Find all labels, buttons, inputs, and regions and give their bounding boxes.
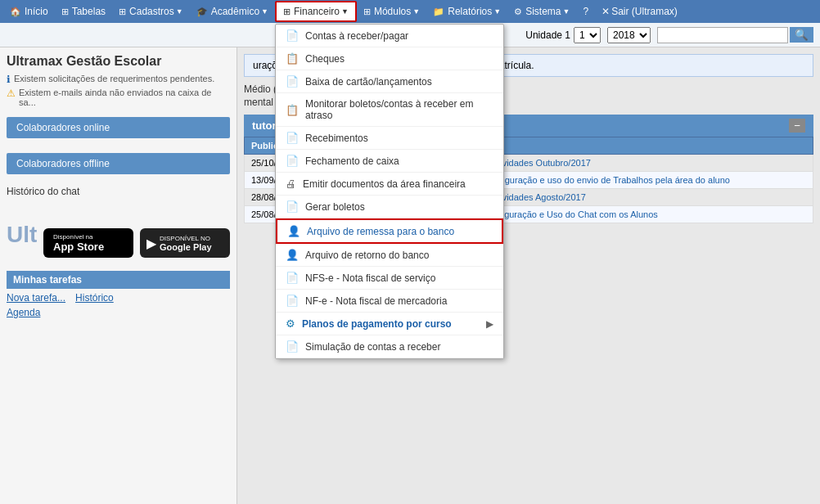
close-icon: ✕ — [601, 6, 610, 17]
financeiro-dropdown-container: ⊞ Financeiro ▼ 📄 Contas à receber/pagar … — [275, 1, 357, 22]
menu-arquivo-retorno[interactable]: 👤 Arquivo de retorno do banco — [276, 244, 503, 267]
remessa-icon: 👤 — [287, 225, 300, 237]
chevron-icon: ▼ — [341, 7, 349, 16]
left-panel: Ultramax Gestão Escolar ℹ Existem solici… — [0, 47, 237, 504]
alert-emails: ⚠ Existem e-mails ainda não enviados na … — [7, 88, 230, 107]
planos-icon: ⚙ — [286, 317, 295, 330]
warning-icon: ⚠ — [7, 88, 16, 99]
google-icon: ▶ — [146, 236, 156, 251]
year-select[interactable]: 2018 — [607, 27, 651, 43]
menu-cheques[interactable]: 📋 Cheques — [276, 47, 503, 70]
appstore-name: App Store — [53, 241, 104, 253]
logo-and-stores: Ultr Disponível na App Store ▶ DISPONÍVE… — [7, 212, 230, 258]
alert-requirements: ℹ Existem solicitações de requerimentos … — [7, 74, 230, 85]
colaboradores-offline-button[interactable]: Colaboradores offline — [7, 153, 230, 174]
retorno-icon: 👤 — [286, 249, 299, 261]
cheques-icon: 📋 — [286, 52, 299, 65]
menu-planos[interactable]: ⚙ Planos de pagamento por curso ▶ — [276, 313, 503, 335]
menu-nf-e[interactable]: 📄 NF-e - Nota fiscal de mercadoria — [276, 290, 503, 313]
historico-link[interactable]: Histórico — [75, 292, 114, 304]
navbar-item-relatorios[interactable]: 📁 Relatórios ▼ — [426, 2, 507, 20]
gerar-icon: 📄 — [286, 200, 299, 213]
simulacao-icon: 📄 — [286, 340, 299, 353]
navbar-item-tabelas[interactable]: ⊞ Tabelas — [55, 2, 112, 20]
financeiro-icon: ⊞ — [283, 7, 291, 17]
nfse-icon: 📄 — [286, 272, 299, 284]
googleplay-available-text: DISPONÍVEL NO — [160, 235, 212, 242]
appstore-available-text: Disponível na — [53, 233, 104, 241]
navbar-item-cadastros[interactable]: ⊞ Cadastros ▼ — [112, 2, 190, 20]
menu-contas[interactable]: 📄 Contas à receber/pagar — [276, 25, 503, 47]
info-icon: ℹ — [7, 74, 11, 85]
tabelas-icon: ⊞ — [61, 7, 69, 17]
chevron-icon: ▼ — [176, 7, 183, 16]
menu-fechamento[interactable]: 📄 Fechamento de caixa — [276, 150, 503, 173]
navbar-item-sair[interactable]: ✕ Sair (Ultramax) — [595, 2, 684, 20]
unit-label: Unidade 1 — [525, 29, 570, 41]
navbar-item-modulos[interactable]: ⊞ Módulos ▼ — [357, 2, 426, 20]
menu-simulacao[interactable]: 📄 Simulação de contas a receber — [276, 335, 503, 358]
menu-nfs-e[interactable]: 📄 NFS-e - Nota fiscal de serviço — [276, 267, 503, 290]
fechamento-icon: 📄 — [286, 155, 299, 167]
sistema-icon: ⚙ — [514, 7, 522, 17]
cadastros-icon: ⊞ — [119, 7, 126, 17]
googleplay-badge[interactable]: ▶ DISPONÍVEL NO Google Play — [140, 228, 230, 258]
navbar-item-academico[interactable]: 🎓 Acadêmico ▼ — [190, 2, 275, 20]
submenu-arrow-icon: ▶ — [486, 318, 493, 330]
colaboradores-online-section: Colaboradores online — [7, 112, 230, 143]
home-icon: 🏠 — [10, 7, 21, 17]
navbar-item-inicio[interactable]: 🏠 Início — [3, 2, 55, 20]
menu-emitir[interactable]: 🖨 Emitir documentos da área financeira — [276, 173, 503, 196]
monitorar-icon: 📋 — [286, 104, 299, 116]
search-input[interactable] — [657, 27, 788, 43]
unit-select[interactable]: 1 — [574, 27, 601, 43]
app-title: Ultramax Gestão Escolar — [7, 54, 230, 69]
googleplay-name: Google Play — [160, 242, 212, 252]
menu-gerar-boletos[interactable]: 📄 Gerar boletos — [276, 196, 503, 218]
financeiro-dropdown-menu: 📄 Contas à receber/pagar 📋 Cheques 📄 Bai… — [275, 24, 504, 359]
colaboradores-offline-section: Colaboradores offline — [7, 148, 230, 179]
menu-arquivo-remessa[interactable]: 👤 Arquivo de remessa para o banco — [276, 218, 503, 244]
chevron-icon: ▼ — [493, 7, 501, 16]
historico-chat: Histórico do chat — [7, 186, 230, 197]
store-badges: Disponível na App Store ▶ DISPONÍVEL NO … — [43, 228, 230, 258]
logo-text: Ultr — [7, 222, 38, 248]
relatorios-icon: 📁 — [433, 7, 444, 17]
appstore-badge[interactable]: Disponível na App Store — [43, 228, 133, 258]
menu-monitorar[interactable]: 📋 Monitorar boletos/contas à receber em … — [276, 93, 503, 127]
menu-recebimentos[interactable]: 📄 Recebimentos — [276, 127, 503, 150]
navbar: 🏠 Início ⊞ Tabelas ⊞ Cadastros ▼ 🎓 Acadê… — [0, 0, 820, 23]
navbar-item-sistema[interactable]: ⚙ Sistema ▼ — [507, 2, 576, 20]
tutorials-collapse-button[interactable]: − — [789, 119, 805, 133]
academico-icon: 🎓 — [196, 7, 208, 17]
chevron-icon: ▼ — [261, 7, 268, 16]
colaboradores-online-button[interactable]: Colaboradores online — [7, 117, 230, 138]
modulos-icon: ⊞ — [363, 7, 371, 17]
recebimentos-icon: 📄 — [286, 132, 299, 144]
nova-tarefa-link[interactable]: Nova tarefa... — [7, 292, 65, 304]
baixa-icon: 📄 — [286, 75, 299, 88]
search-button[interactable]: 🔍 — [790, 27, 813, 43]
chevron-icon: ▼ — [412, 7, 420, 16]
navbar-item-financeiro[interactable]: ⊞ Financeiro ▼ — [275, 1, 357, 22]
chevron-icon: ▼ — [563, 7, 570, 16]
menu-baixa[interactable]: 📄 Baixa de cartão/lançamentos — [276, 70, 503, 93]
minhas-tarefas-section: Minhas tarefas Nova tarefa... Histórico … — [7, 271, 230, 318]
minhas-tarefas-header: Minhas tarefas — [7, 271, 230, 289]
emitir-icon: 🖨 — [286, 178, 296, 190]
agenda-link[interactable]: Agenda — [7, 307, 230, 318]
contas-icon: 📄 — [286, 29, 299, 42]
navbar-item-help[interactable]: ? — [576, 2, 595, 20]
nfe-icon: 📄 — [286, 295, 299, 307]
tarefas-actions: Nova tarefa... Histórico — [7, 292, 230, 304]
